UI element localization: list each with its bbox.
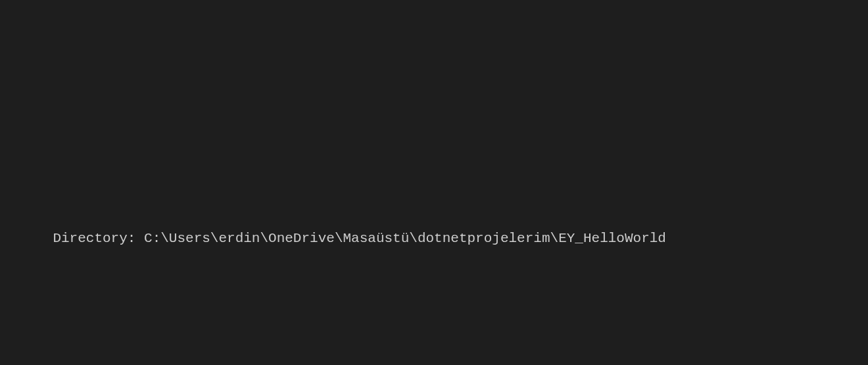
directory-path: C:\Users\erdin\OneDrive\Masaüstü\dotnetp… (144, 231, 666, 246)
blank-line (20, 139, 848, 162)
terminal-output[interactable]: Directory: C:\Users\erdin\OneDrive\Masaü… (20, 7, 848, 365)
directory-label: Directory: (53, 231, 144, 246)
directory-line: Directory: C:\Users\erdin\OneDrive\Masaü… (20, 228, 848, 250)
blank-line (20, 73, 848, 95)
blank-line (20, 316, 848, 338)
